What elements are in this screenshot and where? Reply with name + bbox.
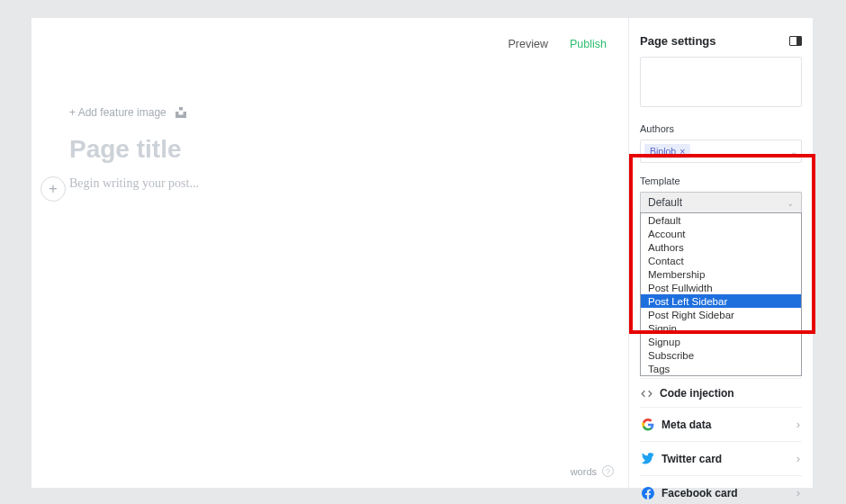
meta-data-label: Meta data — [662, 418, 711, 431]
facebook-card-label: Facebook card — [662, 487, 738, 500]
chevron-down-icon: ⌄ — [790, 147, 797, 157]
word-count-label: words — [571, 466, 597, 477]
twitter-icon — [642, 453, 654, 465]
template-option[interactable]: Membership — [641, 267, 801, 281]
editor-content: + Add feature image Page title Begin wri… — [69, 106, 607, 191]
add-feature-image-row[interactable]: + Add feature image — [69, 106, 607, 119]
twitter-card-label: Twitter card — [662, 453, 722, 465]
code-icon — [640, 387, 652, 400]
help-icon[interactable]: ? — [602, 465, 614, 477]
page-title-input[interactable]: Page title — [69, 135, 607, 164]
preview-button[interactable]: Preview — [508, 38, 548, 50]
sidebar-title: Page settings — [640, 34, 716, 48]
authors-input[interactable]: Biplob × ⌄ — [640, 140, 802, 163]
meta-data-row[interactable]: Meta data › — [640, 407, 802, 441]
template-select[interactable]: Default ⌄ — [640, 192, 802, 213]
chevron-right-icon: › — [796, 452, 800, 465]
chevron-down-icon: ⌄ — [787, 198, 794, 208]
template-option[interactable]: Tags — [641, 362, 801, 375]
template-option[interactable]: Authors — [641, 240, 801, 254]
page-body-input[interactable]: Begin writing your post... — [69, 176, 607, 191]
template-dropdown[interactable]: DefaultAccountAuthorsContactMembershipPo… — [640, 212, 802, 376]
facebook-icon — [642, 487, 654, 500]
topbar: Preview Publish — [508, 38, 607, 50]
author-tag-name: Biplob — [650, 146, 676, 157]
authors-label: Authors — [640, 123, 802, 134]
add-feature-image-label: + Add feature image — [69, 106, 166, 119]
code-injection-label: Code injection — [660, 387, 734, 400]
template-selected-value: Default — [648, 196, 682, 209]
code-injection-row[interactable]: Code injection — [640, 378, 802, 400]
sidebar-header: Page settings — [640, 18, 802, 57]
chevron-right-icon: › — [796, 418, 800, 431]
unsplash-icon[interactable] — [176, 107, 186, 118]
template-option[interactable]: Post Fullwidth — [641, 281, 801, 294]
template-option[interactable]: Contact — [641, 254, 801, 267]
add-block-button[interactable]: + — [40, 176, 66, 202]
author-tag: Biplob × — [644, 144, 690, 158]
twitter-card-row[interactable]: Twitter card › — [640, 441, 802, 475]
app-window: Preview Publish + Add feature image Page… — [32, 18, 813, 488]
template-option[interactable]: Signup — [641, 335, 801, 348]
chevron-right-icon: › — [796, 486, 800, 500]
template-option[interactable]: Post Right Sidebar — [641, 308, 801, 321]
remove-author-icon[interactable]: × — [680, 146, 685, 157]
template-label: Template — [640, 176, 802, 186]
editor-pane: Preview Publish + Add feature image Page… — [32, 18, 628, 488]
template-option[interactable]: Subscribe — [641, 348, 801, 362]
word-count: words ? — [571, 465, 614, 477]
template-option[interactable]: Signin — [641, 321, 801, 335]
template-option[interactable]: Post Left Sidebar — [641, 294, 801, 308]
template-option[interactable]: Default — [641, 213, 801, 227]
close-panel-icon[interactable] — [789, 36, 802, 46]
template-option[interactable]: Account — [641, 227, 801, 240]
settings-sidebar: Page settings Authors Biplob × ⌄ Templat… — [628, 18, 813, 488]
facebook-card-row[interactable]: Facebook card › — [640, 475, 802, 504]
google-icon — [642, 418, 654, 431]
publish-button[interactable]: Publish — [570, 38, 607, 50]
excerpt-textarea[interactable] — [640, 57, 802, 107]
